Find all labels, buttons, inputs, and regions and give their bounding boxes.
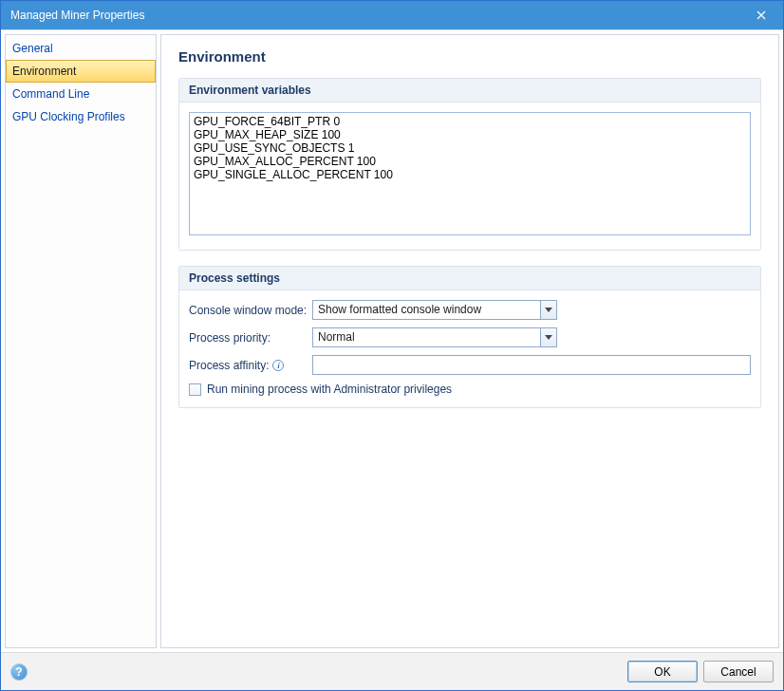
dialog-window: Managed Miner Properties General Environ… [0, 0, 784, 691]
sidebar-item-gpu-clocking-profiles[interactable]: GPU Clocking Profiles [6, 105, 156, 128]
close-button[interactable] [739, 1, 783, 29]
affinity-input[interactable] [312, 355, 751, 375]
cancel-button[interactable]: Cancel [703, 661, 774, 682]
affinity-control [312, 355, 751, 375]
console-mode-control: Show formatted console window [312, 300, 557, 320]
process-settings-header: Process settings [179, 267, 760, 290]
sidebar-item-general[interactable]: General [6, 37, 156, 60]
ok-button[interactable]: OK [627, 661, 698, 682]
priority-label: Process priority: [189, 331, 312, 345]
environment-variables-header: Environment variables [179, 79, 760, 103]
content-panel: Environment Environment variables Proces… [160, 34, 779, 648]
priority-dropdown-button[interactable] [540, 327, 557, 347]
footer-buttons: OK Cancel [627, 661, 774, 682]
priority-control: Normal [312, 327, 557, 347]
page-title: Environment [178, 48, 761, 65]
console-mode-label: Console window mode: [189, 304, 312, 317]
priority-row: Process priority: Normal [189, 327, 751, 347]
affinity-label: Process affinity: i [189, 359, 312, 372]
priority-value: Normal [312, 327, 540, 347]
chevron-down-icon [545, 335, 552, 341]
sidebar-item-environment[interactable]: Environment [6, 60, 156, 83]
affinity-label-text: Process affinity: [189, 359, 269, 372]
environment-variables-textarea[interactable] [189, 112, 751, 235]
priority-select[interactable]: Normal [312, 327, 557, 347]
main-area: General Environment Command Line GPU Clo… [1, 30, 783, 652]
titlebar: Managed Miner Properties [1, 1, 783, 29]
chevron-down-icon [545, 308, 552, 313]
admin-checkbox-row: Run mining process with Administrator pr… [189, 383, 751, 396]
help-icon: ? [15, 665, 22, 679]
sidebar-item-command-line[interactable]: Command Line [6, 83, 156, 105]
info-icon[interactable]: i [272, 360, 284, 371]
console-mode-value: Show formatted console window [312, 300, 540, 320]
help-button[interactable]: ? [10, 663, 28, 681]
admin-checkbox-label: Run mining process with Administrator pr… [207, 383, 452, 396]
dialog-body: General Environment Command Line GPU Clo… [1, 29, 783, 690]
window-title: Managed Miner Properties [10, 9, 144, 22]
sidebar: General Environment Command Line GPU Clo… [5, 34, 157, 648]
environment-variables-group: Environment variables [178, 78, 761, 251]
admin-checkbox[interactable] [189, 383, 201, 396]
process-settings-group: Process settings Console window mode: Sh… [178, 266, 761, 408]
footer: ? OK Cancel [1, 652, 783, 690]
console-mode-row: Console window mode: Show formatted cons… [189, 300, 751, 320]
console-mode-select[interactable]: Show formatted console window [312, 300, 557, 320]
close-icon [756, 10, 766, 20]
affinity-row: Process affinity: i [189, 355, 751, 375]
environment-variables-body [179, 103, 760, 250]
console-mode-dropdown-button[interactable] [540, 300, 557, 320]
process-settings-body: Console window mode: Show formatted cons… [179, 290, 760, 407]
